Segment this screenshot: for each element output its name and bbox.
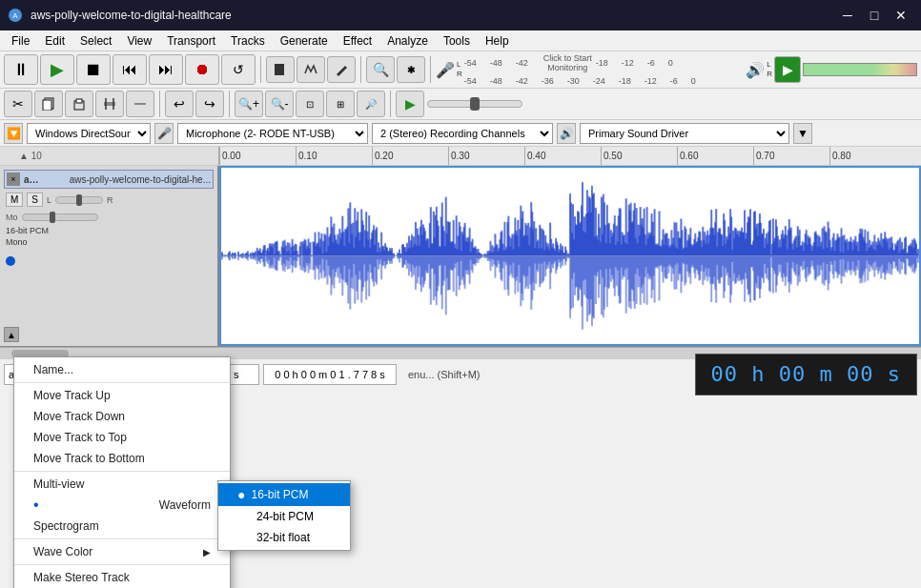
track-waveform[interactable]: [219, 166, 921, 346]
separator-3: [430, 56, 431, 83]
ctx-waveform[interactable]: •Waveform: [14, 495, 230, 516]
menu-select[interactable]: Select: [72, 30, 119, 51]
input-device-icon-btn[interactable]: 🔽: [4, 123, 23, 144]
envelope-tool-button[interactable]: [297, 56, 325, 83]
redo-button[interactable]: ↪: [195, 91, 224, 117]
ruler-mark-0: 0.00: [219, 147, 296, 165]
skip-forward-button[interactable]: ⏭: [149, 54, 183, 85]
loop-button[interactable]: ↺: [221, 54, 256, 85]
output-device-icon-btn[interactable]: 🔊: [557, 123, 576, 144]
menu-analyze[interactable]: Analyze: [379, 30, 436, 51]
gain-label: Mo: [6, 213, 18, 222]
svg-rect-2: [275, 64, 279, 75]
mic-select[interactable]: Microphone (2- RODE NT-USB): [177, 123, 368, 144]
zoom-out-btn[interactable]: 🔍-: [265, 91, 294, 117]
output-expand-btn[interactable]: ▼: [793, 123, 812, 144]
zoom-in-button[interactable]: 🔍: [366, 56, 395, 83]
ctx-move-track-bottom[interactable]: Move Track to Bottom: [14, 448, 230, 469]
window-controls: ─ □ ✕: [835, 6, 913, 25]
ctx-move-track-top[interactable]: Move Track to Top: [14, 427, 230, 448]
pan-slider[interactable]: [55, 196, 103, 204]
skip-back-button[interactable]: ⏮: [113, 54, 147, 85]
mic-icon-btn[interactable]: 🎤: [154, 123, 174, 144]
zoom-in-btn[interactable]: 🔍+: [235, 91, 263, 117]
ruler-mark-5: 0.50: [601, 147, 677, 165]
silence-button[interactable]: [126, 91, 154, 117]
track-info-line1: 16-bit PCM: [6, 226, 212, 235]
menu-file[interactable]: File: [4, 30, 37, 51]
minimize-button[interactable]: ─: [835, 6, 860, 25]
zoom-sel-btn[interactable]: ⊞: [326, 91, 355, 117]
app-icon: A: [8, 8, 23, 23]
device-row: 🔽 Windows DirectSoun... 🎤 Microphone (2-…: [0, 120, 921, 147]
ruler-left-label: ▲ 10: [19, 151, 42, 161]
click-to-start-label[interactable]: Click to Start Monitoring: [542, 53, 594, 72]
ruler-mark-4: 0.40: [524, 147, 601, 165]
track-name-tab1: aws-polly-w...: [24, 174, 43, 185]
close-button[interactable]: ✕: [889, 6, 913, 25]
time-input-2-container: [263, 364, 397, 385]
draw-tool-button[interactable]: [327, 56, 356, 83]
input-meter-icon: 🎤: [436, 61, 455, 79]
time-input-2[interactable]: [263, 364, 397, 385]
stop-button[interactable]: ⏹: [76, 54, 111, 85]
play-button-meter[interactable]: ▶: [774, 56, 801, 83]
track-label-panel: × aws-polly-w... aws-polly-welcome-to-di…: [0, 166, 219, 346]
ctx-wave-color[interactable]: Wave Color ▶: [14, 541, 230, 562]
zoom-tool-btn[interactable]: 🔎: [357, 91, 385, 117]
toolbar-transport: ⏸ ▶ ⏹ ⏮ ⏭ ⏺ ↺ 🔍 ✱ 🎤 LR -54 -48 -42 Click…: [0, 51, 921, 89]
multi-tool-button[interactable]: ✱: [397, 56, 425, 83]
ctx-spectrogram[interactable]: Spectrogram: [14, 516, 230, 537]
undo-button[interactable]: ↩: [165, 91, 194, 117]
ctx-multiview[interactable]: Multi-view: [14, 474, 230, 495]
ctx-move-track-down[interactable]: Move Track Down: [14, 406, 230, 427]
track-close-btn[interactable]: ×: [7, 172, 20, 186]
track-collapse-btn[interactable]: ▲: [4, 327, 19, 342]
menu-view[interactable]: View: [119, 30, 159, 51]
ctx-make-stereo[interactable]: Make Stereo Track: [14, 567, 230, 588]
menu-tracks[interactable]: Tracks: [223, 30, 273, 51]
maximize-button[interactable]: □: [862, 6, 887, 25]
toolbar-edit: ✂ ↩ ↪ 🔍+ 🔍- ⊡ ⊞ 🔎 ▶: [0, 89, 921, 120]
ruler-mark-7: 0.70: [753, 147, 829, 165]
track-row: × aws-polly-w... aws-polly-welcome-to-di…: [0, 166, 921, 347]
menu-generate[interactable]: Generate: [273, 30, 336, 51]
menu-effect[interactable]: Effect: [336, 30, 379, 51]
pause-button[interactable]: ⏸: [4, 54, 38, 85]
play-button[interactable]: ▶: [40, 54, 74, 85]
format-24bit[interactable]: 24-bit PCM: [218, 506, 350, 527]
menu-edit[interactable]: Edit: [37, 30, 72, 51]
format-16bit[interactable]: ● 16-bit PCM: [218, 483, 350, 506]
output-device-select[interactable]: Primary Sound Driver: [580, 123, 789, 144]
playback-speed-track: [427, 100, 522, 108]
cut-button[interactable]: ✂: [4, 91, 32, 117]
track-tab-full: aws-polly-welcome-to-digital-he...: [70, 174, 211, 185]
gain-slider[interactable]: [22, 213, 98, 221]
selection-tool-button[interactable]: [266, 56, 295, 83]
waveform-canvas: [221, 168, 919, 344]
mute-button[interactable]: M: [6, 193, 23, 207]
copy-button[interactable]: [34, 91, 63, 117]
ctx-move-track-up[interactable]: Move Track Up: [14, 385, 230, 406]
solo-button[interactable]: S: [27, 193, 43, 207]
menu-tools[interactable]: Tools: [436, 30, 478, 51]
record-button[interactable]: ⏺: [185, 54, 219, 85]
menu-help[interactable]: Help: [478, 30, 517, 51]
svg-rect-11: [134, 103, 146, 105]
ruler-mark-3: 0.30: [448, 147, 524, 165]
menu-transport[interactable]: Transport: [159, 30, 223, 51]
main-time-display: 00 h 00 m 00 s: [695, 354, 917, 395]
zoom-fit-btn[interactable]: ⊡: [296, 91, 324, 117]
playback-speed-slider-container: ▶: [396, 91, 522, 117]
track-pan-right-label: R: [107, 195, 113, 205]
title-bar: A aws-polly-welcome-to-digital-healthcar…: [0, 0, 921, 30]
channels-select[interactable]: 2 (Stereo) Recording Channels: [372, 123, 553, 144]
play-green-btn[interactable]: ▶: [396, 91, 424, 117]
ctx-name[interactable]: Name...: [14, 359, 230, 380]
paste-button[interactable]: [65, 91, 93, 117]
audio-host-select[interactable]: Windows DirectSoun...: [27, 123, 151, 144]
ctx-waveform-bullet: •: [33, 499, 39, 512]
format-32bit[interactable]: 32-bit float: [218, 527, 350, 548]
ctx-sep-1: [14, 382, 230, 383]
trim-button[interactable]: [95, 91, 124, 117]
